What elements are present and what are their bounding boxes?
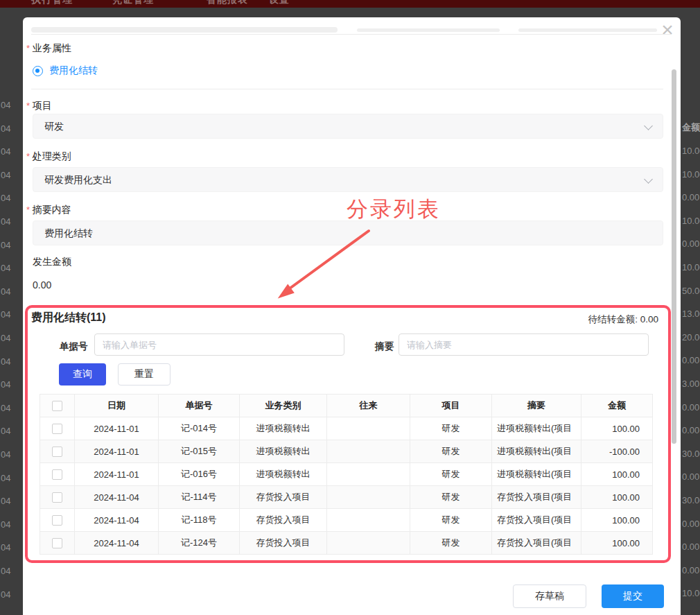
- cell-amount: 100.00: [581, 509, 653, 532]
- clipped-date-cell: 04: [1, 496, 10, 506]
- clipped-date-cell: 04: [1, 100, 10, 110]
- cell-date: 2024-11-04: [75, 532, 159, 555]
- entries-table-head-row: 日期单据号业务类别往来项目摘要金额: [40, 395, 653, 417]
- row-checkbox[interactable]: [52, 538, 62, 548]
- clipped-date-cell: 04: [1, 286, 10, 297]
- clipped-amount-cell: 0.00: [682, 565, 699, 575]
- doc-no-filter-input[interactable]: [94, 334, 344, 356]
- cell-contact: [327, 509, 410, 532]
- cell-type: 存货投入项目: [240, 486, 327, 509]
- submit-button[interactable]: 提交: [602, 584, 664, 608]
- entries-table: 日期单据号业务类别往来项目摘要金额 2024-11-01记-014号进项税额转出…: [40, 394, 653, 555]
- cell-checkbox: [40, 532, 75, 555]
- menu-item-1[interactable]: 执行管理: [31, 0, 73, 6]
- cell-amount: 100.00: [581, 417, 653, 440]
- top-menu-bar: 执行管理 凭证管理 智能报表 设置: [0, 0, 700, 8]
- cell-checkbox: [40, 417, 75, 440]
- clipped-date-cell: 04: [1, 589, 10, 600]
- cell-project: 研发: [410, 486, 492, 509]
- category-label: 处理类别: [26, 150, 71, 163]
- clipped-amount-cell: 10.00: [682, 146, 700, 156]
- project-value: 研发: [44, 121, 64, 132]
- row-checkbox[interactable]: [52, 469, 62, 480]
- occurred-amount-label: 发生金额: [33, 256, 71, 268]
- clipped-amount-cell: 30.00: [682, 449, 700, 459]
- select-all-header: [40, 395, 75, 417]
- cell-checkbox: [40, 463, 75, 486]
- row-checkbox[interactable]: [52, 424, 62, 434]
- row-checkbox[interactable]: [52, 492, 62, 503]
- section-divider: [31, 89, 663, 89]
- summary-filter-input[interactable]: [399, 334, 649, 356]
- clipped-amount-cell: 30.00: [682, 495, 700, 505]
- clipped-date-cell: 04: [1, 379, 10, 390]
- clipped-date-cell: 04: [1, 240, 10, 250]
- table-row: 2024-11-04记-118号存货投入项目研发存货投入项目(项目100.00: [40, 509, 653, 532]
- cell-type: 进项税额转出: [240, 440, 327, 463]
- clipped-date-cell: 04: [1, 403, 10, 413]
- clipped-amount-cell: 0.00: [682, 425, 699, 435]
- clipped-amount-cell: 10.00: [682, 262, 700, 272]
- business-attr-radio[interactable]: 费用化结转: [33, 64, 98, 77]
- column-header: 日期: [75, 395, 159, 417]
- entries-title: 费用化结转(11): [31, 311, 106, 325]
- cell-amount: 100.00: [581, 463, 653, 486]
- clipped-date-cell: 04: [1, 123, 10, 134]
- clipped-date-cell: 04: [1, 426, 10, 436]
- query-button[interactable]: 查询: [59, 363, 106, 386]
- radio-selected-icon: [33, 66, 43, 76]
- pending-amount-value: 0.00: [640, 314, 658, 324]
- cell-project: 研发: [410, 463, 492, 486]
- column-header: 单据号: [159, 395, 240, 417]
- close-icon[interactable]: ×: [655, 17, 680, 42]
- modal-scrollbar-thumb[interactable]: [672, 69, 676, 444]
- entries-section: 费用化结转(11) 待结转金额: 0.00 单据号 摘要 查询 重置 日期单据号…: [25, 305, 671, 563]
- cell-contact: [327, 486, 410, 509]
- clipped-date-cell: 04: [1, 542, 10, 553]
- cell-amount: -100.00: [581, 440, 653, 463]
- row-checkbox[interactable]: [52, 447, 62, 457]
- cell-summary: 存货投入项目(项目: [492, 532, 581, 555]
- entries-table-body: 2024-11-01记-014号进项税额转出研发进项税额转出(项目100.002…: [40, 417, 653, 555]
- menu-item-3[interactable]: 智能报表: [207, 0, 248, 6]
- clipped-date-cell: 04: [1, 449, 10, 460]
- clipped-date-cell: 04: [1, 193, 10, 203]
- clipped-date-cell: 04: [1, 519, 10, 530]
- table-row: 2024-11-04记-114号存货投入项目研发存货投入项目(项目100.00: [40, 486, 653, 509]
- clipped-date-cell: 04: [1, 473, 10, 483]
- cell-contact: [327, 440, 410, 463]
- clipped-amount-cell: 0.00: [682, 355, 699, 365]
- cell-checkbox: [40, 440, 75, 463]
- select-all-checkbox[interactable]: [52, 401, 62, 411]
- doc-no-filter-label: 单据号: [60, 340, 88, 353]
- cell-summary: 存货投入项目(项目: [492, 509, 581, 532]
- cell-doc-no: 记-016号: [159, 463, 240, 486]
- project-label: 项目: [26, 100, 52, 112]
- save-draft-button[interactable]: 存草稿: [513, 584, 586, 608]
- table-row: 2024-11-01记-014号进项税额转出研发进项税额转出(项目100.00: [40, 417, 653, 440]
- chevron-down-icon: [644, 121, 653, 130]
- clipped-date-cell: 04: [1, 356, 10, 367]
- category-select[interactable]: 研发费用化支出: [33, 167, 663, 192]
- clipped-date-cell: 04: [1, 333, 10, 343]
- menu-item-4[interactable]: 设置: [269, 0, 290, 6]
- project-select[interactable]: 研发: [33, 114, 663, 139]
- cell-type: 进项税额转出: [240, 463, 327, 486]
- cell-project: 研发: [410, 417, 492, 440]
- table-row: 2024-11-01记-015号进项税额转出研发进项税额转出(项目-100.00: [40, 440, 653, 463]
- cell-summary: 进项税额转出(项目: [492, 463, 581, 486]
- cell-contact: [327, 463, 410, 486]
- clipped-date-cell: 04: [1, 263, 10, 273]
- clipped-amount-cell: 20.00: [682, 332, 700, 343]
- clipped-date-cell: 04: [1, 170, 10, 180]
- cell-summary: 进项税额转出(项目: [492, 440, 581, 463]
- row-checkbox[interactable]: [52, 515, 62, 526]
- cell-doc-no: 记-014号: [159, 417, 240, 440]
- clipped-date-cell: 04: [1, 566, 10, 576]
- radio-label: 费用化结转: [49, 64, 98, 77]
- clipped-amount-cell: 13.00: [682, 309, 700, 319]
- expense-carryover-dialog: × 业务属性 费用化结转 项目 研发 处理类别 研发费用化支出 摘要内容 费用化…: [23, 17, 681, 615]
- reset-button[interactable]: 重置: [118, 363, 170, 386]
- menu-item-2[interactable]: 凭证管理: [112, 0, 154, 6]
- skeleton-bar: [518, 28, 657, 32]
